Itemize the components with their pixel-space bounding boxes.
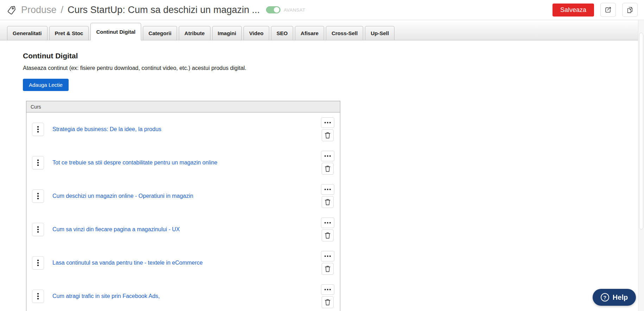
trash-icon — [324, 199, 331, 206]
ellipsis-icon — [324, 222, 326, 223]
delete-lesson-button[interactable] — [322, 263, 334, 275]
question-mark-icon: ? — [601, 293, 609, 302]
delete-lesson-button[interactable] — [322, 229, 334, 241]
lesson-link[interactable]: Tot ce trebuie sa stii despre contabilit… — [52, 160, 217, 166]
lesson-row: Tot ce trebuie sa stii despre contabilit… — [26, 146, 340, 179]
lessons-table: Curs Strategia de business: De la idee, … — [26, 101, 340, 311]
lessons-table-body: Strategia de business: De la idee, la pr… — [26, 112, 340, 311]
ellipsis-icon — [324, 289, 326, 290]
save-button[interactable]: Salveaza — [553, 4, 594, 17]
more-options-button[interactable] — [321, 117, 334, 128]
help-button-label: Help — [613, 293, 628, 302]
lesson-actions — [321, 284, 334, 308]
duplicate-icon — [626, 6, 634, 14]
drag-handle[interactable] — [32, 223, 44, 236]
delete-lesson-button[interactable] — [322, 129, 334, 141]
tab-generalitati[interactable]: Generalitati — [7, 26, 48, 40]
advanced-toggle[interactable] — [266, 6, 280, 13]
scrollbar-thumb[interactable] — [639, 33, 643, 229]
tab-bar: GeneralitatiPret & StocContinut DigitalC… — [0, 22, 638, 40]
export-icon — [604, 6, 612, 14]
lesson-actions — [321, 117, 334, 141]
ellipsis-icon — [324, 255, 326, 257]
drag-dots-icon — [37, 260, 39, 261]
page-description: Ataseaza continut (ex: fisiere pentru do… — [23, 65, 644, 71]
more-options-button[interactable] — [321, 284, 334, 295]
breadcrumb-product-title: Curs StartUp: Cum sa deschizi un magazin… — [68, 5, 260, 15]
breadcrumb-root[interactable]: Produse — [21, 5, 57, 15]
ellipsis-icon — [324, 155, 326, 157]
tab-seo[interactable]: SEO — [271, 26, 293, 40]
lesson-row: Cum deschizi un magazin online - Operati… — [26, 179, 340, 213]
top-header-bar: Produse / Curs StartUp: Cum sa deschizi … — [0, 0, 644, 20]
tab-up-sell[interactable]: Up-Sell — [365, 26, 394, 40]
tab-categorii[interactable]: Categorii — [143, 26, 177, 40]
export-button[interactable] — [600, 3, 616, 17]
lesson-link[interactable]: Lasa continutul sa vanda pentru tine - t… — [52, 260, 203, 266]
tab-imagini[interactable]: Imagini — [212, 26, 242, 40]
breadcrumb: Produse / Curs StartUp: Cum sa deschizi … — [7, 5, 260, 15]
drag-dots-icon — [37, 226, 39, 228]
trash-icon — [324, 299, 331, 306]
more-options-button[interactable] — [321, 151, 334, 161]
lesson-actions — [321, 251, 334, 275]
drag-dots-icon — [37, 193, 39, 194]
lesson-actions — [321, 151, 334, 175]
lesson-link[interactable]: Cum deschizi un magazin online - Operati… — [52, 193, 193, 199]
drag-handle[interactable] — [32, 156, 44, 169]
lesson-link[interactable]: Strategia de business: De la idee, la pr… — [52, 126, 162, 132]
tag-icon — [7, 5, 18, 15]
delete-lesson-button[interactable] — [322, 296, 334, 308]
trash-icon — [324, 265, 331, 272]
trash-icon — [324, 165, 331, 172]
drag-dots-icon — [37, 293, 39, 294]
lesson-link[interactable]: Cum atragi trafic in site prin Facebook … — [52, 293, 160, 299]
more-options-button[interactable] — [321, 184, 334, 195]
advanced-toggle-label: AVANSAT — [284, 7, 305, 13]
more-options-button[interactable] — [321, 218, 334, 228]
drag-handle[interactable] — [32, 290, 44, 303]
trash-icon — [324, 132, 331, 139]
header-actions: Salveaza — [553, 3, 638, 17]
tab-cross-sell[interactable]: Cross-Sell — [326, 26, 363, 40]
lesson-row: Cum sa vinzi din fiecare pagina a magazi… — [26, 213, 340, 246]
vertical-scrollbar[interactable] — [638, 20, 644, 311]
ellipsis-icon — [324, 122, 326, 123]
drag-dots-icon — [37, 160, 39, 161]
lesson-actions — [321, 184, 334, 208]
tab-continut-digital[interactable]: Continut Digital — [90, 23, 141, 40]
lessons-table-header: Curs — [26, 101, 340, 112]
tab-panel-continut-digital: Continut Digital Ataseaza continut (ex: … — [0, 40, 644, 311]
trash-icon — [324, 232, 331, 239]
duplicate-button[interactable] — [622, 3, 638, 17]
lesson-row: Strategia de business: De la idee, la pr… — [26, 112, 340, 146]
lesson-row: Lasa continutul sa vanda pentru tine - t… — [26, 246, 340, 279]
help-button[interactable]: ? Help — [593, 289, 636, 306]
drag-handle[interactable] — [32, 189, 44, 203]
lesson-link[interactable]: Cum sa vinzi din fiecare pagina a magazi… — [52, 226, 180, 233]
lesson-row: Cum atragi trafic in site prin Facebook … — [26, 279, 340, 311]
breadcrumb-separator: / — [61, 5, 64, 15]
lesson-actions — [321, 218, 334, 241]
tab-video[interactable]: Video — [244, 26, 269, 40]
tab-atribute[interactable]: Atribute — [179, 26, 210, 40]
ellipsis-icon — [324, 189, 326, 190]
delete-lesson-button[interactable] — [322, 196, 334, 208]
drag-dots-icon — [37, 126, 39, 128]
toggle-knob — [274, 7, 279, 13]
advanced-mode-control: AVANSAT — [266, 6, 305, 13]
drag-handle[interactable] — [32, 123, 44, 136]
delete-lesson-button[interactable] — [322, 163, 334, 175]
tab-afisare[interactable]: Afisare — [295, 26, 324, 40]
more-options-button[interactable] — [321, 251, 334, 261]
tab-pret-stoc[interactable]: Pret & Stoc — [49, 26, 89, 40]
add-lesson-button[interactable]: Adauga Lectie — [23, 79, 69, 91]
page-title: Continut Digital — [23, 52, 644, 60]
drag-handle[interactable] — [32, 256, 44, 270]
